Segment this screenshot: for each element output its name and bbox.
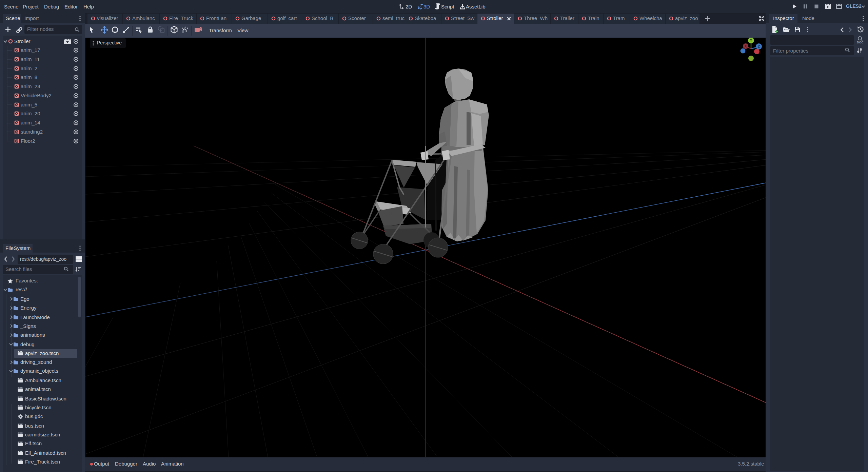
svg-text:Y: Y — [750, 38, 752, 42]
svg-text:DOC: DOC — [857, 41, 864, 44]
svg-text:X: X — [745, 44, 747, 48]
svg-text:Z: Z — [758, 45, 760, 48]
